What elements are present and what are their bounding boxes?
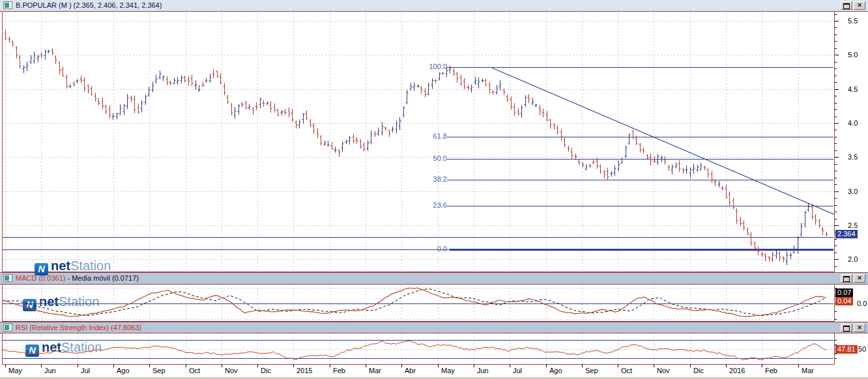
price-axis-tick [835,27,837,28]
price-axis-tick [835,137,837,137]
price-axis-tick [835,62,837,63]
time-axis-tick [690,365,691,367]
rsi-close-button[interactable]: ✕ [854,324,865,332]
price-axis-tick [835,130,837,130]
time-axis-tick [41,365,42,367]
time-axis-label: Ago [549,367,562,374]
fib-level-label: 61.8 [420,132,447,140]
macd-value-badge: 0.04 [835,297,853,305]
time-axis-label: Jul [513,367,522,374]
price-axis-tick [835,41,837,42]
time-axis-tick [330,365,330,367]
price-chart-canvas[interactable] [3,12,834,272]
time-axis-label: Dic [261,367,271,374]
price-axis-tick [835,103,837,104]
rsi-maximize-button[interactable] [841,324,852,332]
time-axis: MayJunJulAgoSepOctNovDic2015FebMarAbrMay… [0,365,868,377]
price-axis-tick [835,96,837,96]
time-axis-label: May [8,367,22,374]
time-axis-label: Mar [802,367,814,374]
time-axis-tick [5,365,6,367]
time-axis-tick [798,365,799,367]
fib-level-label: 38.2 [420,175,447,183]
fib-level-label: 100.0 [420,63,447,70]
price-axis-tick [835,150,837,151]
price-axis-tick [835,48,837,49]
price-axis-label: 3.0 [848,188,858,195]
price-axis-label: 2.0 [848,255,858,263]
time-axis-tick [618,365,618,367]
time-axis-tick [726,365,727,367]
price-axis-tick [835,246,837,246]
price-axis-tick [835,82,837,83]
price-axis-label: 4.0 [848,119,858,127]
price-axis-tick [835,184,837,185]
macd-panel: NnetStation [2,285,835,322]
macd-zero-label: 0.0 [857,300,867,307]
price-axis-tick [835,259,839,260]
time-axis-label: Oct [621,367,632,374]
time-axis-label: Jul [81,367,90,374]
macd-axis-tick [835,311,837,312]
rsi-50-label: 50 [858,345,866,353]
time-axis-tick [654,365,654,367]
time-axis-tick [293,365,294,367]
price-axis-tick [835,123,839,124]
time-axis-label: Sep [585,367,598,374]
time-axis-tick [401,365,402,367]
netstation-chart-window: B.POPULAR (M ) (2.365, 2.406, 2.341, 2.3… [0,0,868,379]
price-axis-tick [835,239,837,240]
rsi-panel: NnetStation [2,333,835,365]
time-axis-label: May [441,367,455,374]
time-axis-tick [474,365,474,367]
price-axis-tick [835,191,839,192]
close-button[interactable]: ✕ [854,1,865,10]
macd-close-button[interactable]: ✕ [854,274,865,283]
price-axis-label: 2.5 [848,221,858,229]
fib-level-label: 23.6 [420,201,447,209]
time-axis-tick [546,365,547,367]
price-axis-tick [835,21,839,21]
time-axis-tick [438,365,439,367]
macd-axis-tick [835,319,837,320]
time-axis-label: Oct [189,367,200,374]
fib-level-label: 50.0 [420,154,447,162]
rsi-axis-tick [835,358,837,359]
time-axis-label: Abr [405,367,416,374]
macd-canvas[interactable] [3,285,834,321]
macd-y-axis: 0.07 0.04 0.0 [835,285,868,322]
price-axis-tick [835,157,839,158]
time-axis-tick [510,365,510,367]
rsi-canvas[interactable] [3,333,834,364]
time-axis-label: Ago [117,367,130,374]
time-axis-label: 2016 [729,367,745,374]
price-axis-tick [835,89,839,90]
main-titlebar: B.POPULAR (M ) (2.365, 2.406, 2.341, 2.3… [0,0,868,12]
time-axis-tick [186,365,186,367]
last-price-badge: 2.364 [835,230,858,238]
price-axis-tick [835,117,837,117]
macd-maximize-button[interactable] [841,274,852,283]
maximize-button[interactable] [841,1,852,10]
time-axis-label: Nov [657,367,670,374]
time-axis-label: Jun [477,367,489,374]
price-y-axis: 2.364 5.55.04.54.03.53.02.52.0 [835,12,868,272]
time-axis-label: Feb [333,367,345,374]
time-axis-tick [582,365,583,367]
price-axis-tick [835,198,837,199]
price-axis-tick [835,68,837,69]
time-axis-label: Dic [693,367,704,374]
macd-header: MACD (0.0361) - Media móvil (0.0717) ✕ [0,272,868,285]
time-axis-label: 2015 [297,367,312,374]
time-axis-label: Sep [152,367,166,374]
price-axis-label: 3.5 [848,153,858,161]
time-axis-tick [78,365,78,367]
price-axis-label: 4.5 [848,85,858,93]
fib-level-label: 0.0 [420,245,447,253]
macd-panel-icon [3,274,12,282]
price-axis-tick [835,212,837,212]
time-axis-label: Jun [44,367,56,374]
price-axis-tick [835,178,837,178]
time-axis-tick [366,365,366,367]
time-axis-tick [149,365,150,367]
